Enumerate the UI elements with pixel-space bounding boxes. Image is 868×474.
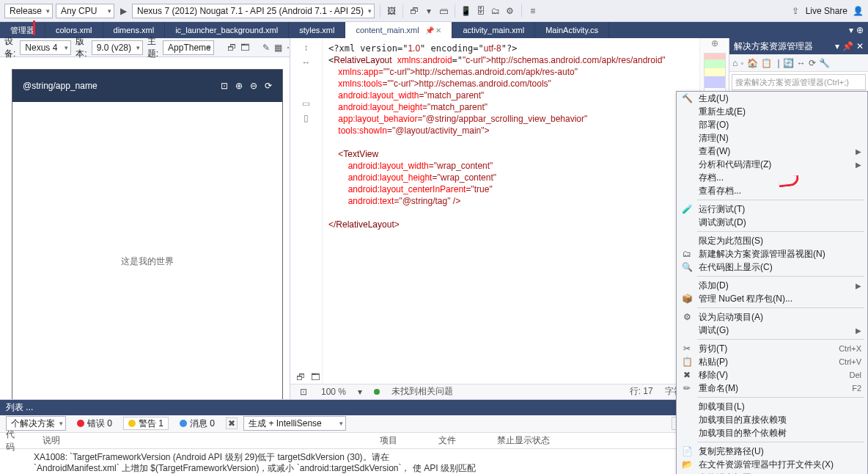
message-filter[interactable]: 消息 0 (174, 417, 220, 430)
solution-title: 解决方案资源管理器 (734, 40, 813, 53)
filter-icon[interactable]: ✖ (226, 418, 238, 429)
home-icon[interactable]: ⌂ (732, 58, 738, 68)
toolbar-icon[interactable]: 🗗 (408, 5, 420, 17)
props-icon[interactable]: ⟳ (809, 58, 816, 68)
menu-[interactable]: 加载项目的直接依赖项 (677, 413, 867, 426)
split-icon[interactable]: ▯ (304, 113, 309, 123)
code-area[interactable]: <?xml version="1.0" encoding="utf-8"?> <… (323, 38, 699, 384)
theme-select[interactable]: AppTheme (163, 40, 214, 55)
zoom-fit-icon[interactable]: ⊡ (221, 81, 228, 91)
toolbar-icon[interactable]: 📱 (460, 5, 472, 17)
platform-dropdown[interactable]: Any CPU (56, 4, 114, 18)
menu-G[interactable]: 调试(G)▶ (677, 324, 867, 337)
menu-V[interactable]: ✖移除(V)Del (677, 368, 867, 382)
menu-[interactable]: 加载项目的整个依赖树 (677, 426, 867, 440)
config-dropdown[interactable]: Release (4, 4, 53, 18)
menu-L[interactable]: 卸载项目(L) (677, 400, 867, 413)
close-icon[interactable]: ✕ (856, 41, 864, 51)
scope-dropdown[interactable]: 个解决方案 (6, 416, 66, 431)
tab-content_main-xml[interactable]: content_main.xml📌 ✕ (345, 22, 452, 38)
menu-A[interactable]: ⚙设为启动项目(A) (677, 310, 867, 324)
refresh-icon[interactable]: ⟳ (265, 81, 272, 91)
tab-colors-xml[interactable]: colors.xml (45, 22, 103, 38)
refresh-icon[interactable]: 🔄 (783, 58, 794, 68)
menu-W[interactable]: 查看(W)▶ (677, 145, 867, 158)
toolbar-icon[interactable]: ▾ (423, 5, 435, 17)
toolbar-icon[interactable]: 🗂 (490, 5, 501, 17)
tab-activity_main-xml[interactable]: activity_main.xml (452, 22, 535, 38)
device-select[interactable]: Nexus 4 (20, 40, 71, 55)
menu-T[interactable]: 🧪运行测试(T) (677, 203, 867, 216)
zoom-in-icon[interactable]: ⊕ (235, 81, 243, 91)
main-toolbar: Release Any CPU ▶ Nexus 7 (2012) Nougat … (0, 0, 868, 22)
warning-filter[interactable]: 警告 1 (123, 417, 169, 430)
build-dropdown[interactable]: 生成 + IntelliSense (243, 416, 346, 431)
pin-icon[interactable]: 📌 (842, 41, 853, 51)
wrench-icon[interactable]: 🔧 (819, 58, 830, 68)
view-icon[interactable]: 🗗 (295, 371, 306, 383)
grid-icon[interactable]: ▦ (274, 42, 282, 54)
code-editor: ↕ ↔ ▭ ▯ <?xml version="1.0" encoding="ut… (290, 38, 729, 399)
menu-D[interactable]: 调试测试(D) (677, 216, 867, 229)
project-context-menu: 🔨生成(U)重新生成(E)部署(O)清理(N)查看(W)▶分析和代码清理(Z)▶… (676, 91, 868, 474)
toolbar-icon[interactable]: 🖼 (386, 5, 397, 17)
share-icon[interactable]: ⇪ (790, 5, 801, 17)
menu-[interactable]: 在终端中打开 (677, 471, 867, 474)
zoom-level[interactable]: 100 % (321, 387, 346, 397)
menu-[interactable]: 存档... (677, 171, 867, 184)
menu-U[interactable]: 📄复制完整路径(U) (677, 445, 867, 458)
menu-N[interactable]: 🗂新建解决方案资源管理器视图(N) (677, 247, 867, 260)
menu-M[interactable]: ✏重命名(M)F2 (677, 382, 867, 395)
tab-styles-xml[interactable]: styles.xml (289, 22, 345, 38)
back-icon[interactable]: ◦ (740, 58, 743, 68)
zoom-icon[interactable]: ⊡ (298, 386, 309, 398)
toolbar-icon[interactable]: ≡ (527, 5, 539, 17)
col-desc[interactable]: 说明 (43, 434, 380, 447)
toolbar-icon[interactable]: 🗃 (438, 5, 449, 17)
user-icon[interactable]: 👤 (852, 5, 864, 17)
textview-preview: 这是我的世界 (121, 255, 174, 268)
error-filter[interactable]: 错误 0 (72, 417, 117, 430)
menu-N[interactable]: 清理(N) (677, 131, 867, 145)
nav-icon[interactable]: ↔ (302, 57, 311, 68)
layout-icon[interactable]: 🗔 (240, 42, 249, 54)
toolbar-icon[interactable]: ⚙ (504, 5, 516, 17)
col-proj[interactable]: 项目 (380, 434, 438, 447)
play-icon[interactable]: ▶ (117, 5, 129, 17)
menu-C[interactable]: 🔍在代码图上显示(C) (677, 260, 867, 274)
menu-X[interactable]: 📂在文件资源管理器中打开文件夹(X) (677, 458, 867, 471)
app-title: @string/app_name (23, 81, 98, 91)
col-suppress[interactable]: 禁止显示状态 (497, 434, 579, 447)
menu-U[interactable]: 🔨生成(U) (677, 92, 867, 105)
menu-T[interactable]: ✂剪切(T)Ctrl+X (677, 342, 867, 355)
sync-icon[interactable]: 🏠 (747, 58, 758, 68)
menu-D[interactable]: 添加(D)▶ (677, 279, 867, 292)
collapse-icon[interactable]: ↔ (797, 58, 806, 68)
view-icon[interactable]: 🗔 (309, 371, 321, 383)
pencil-icon[interactable]: ✎ (262, 42, 270, 54)
tab-ic_launcher_background-xml[interactable]: ic_launcher_background.xml (165, 22, 289, 38)
menu-O[interactable]: 部署(O) (677, 118, 867, 131)
dropdown-icon[interactable]: ▾ (835, 41, 839, 51)
split-icon[interactable]: ▭ (302, 98, 310, 109)
zoom-out-icon[interactable]: ⊖ (250, 81, 257, 91)
menu-Z[interactable]: 分析和代码清理(Z)▶ (677, 158, 867, 171)
version-select[interactable]: 9.0 (v28) (92, 40, 143, 55)
tab-MainActivity-cs[interactable]: MainActivity.cs (535, 22, 609, 38)
menu-E[interactable]: 重新生成(E) (677, 105, 867, 118)
collapse-icon[interactable]: ↕ (304, 43, 309, 53)
menu-[interactable]: 查看存档... (677, 184, 867, 197)
solution-search[interactable]: 搜索解决方案资源管理器(Ctrl+;) (732, 74, 866, 90)
menu-S[interactable]: 限定为此范围(S) (677, 234, 867, 247)
device-dropdown[interactable]: Nexus 7 (2012) Nougat 7.1 - API 25 (Andr… (132, 4, 375, 18)
menu-NuGetN[interactable]: 📦管理 NuGet 程序包(N)... (677, 292, 867, 305)
show-icon[interactable]: 📋 (761, 58, 772, 68)
device-label: 设备: (4, 35, 15, 60)
col-file[interactable]: 文件 (438, 434, 497, 447)
issues-status: 未找到相关问题 (391, 385, 453, 398)
toolbar-icon[interactable]: 🗄 (475, 5, 487, 17)
panel-title: 列表 ... (6, 401, 33, 414)
menu-P[interactable]: 📋粘贴(P)Ctrl+V (677, 355, 867, 368)
orientation-icon[interactable]: 🗗 (227, 42, 236, 54)
live-share[interactable]: Live Share (806, 6, 847, 16)
